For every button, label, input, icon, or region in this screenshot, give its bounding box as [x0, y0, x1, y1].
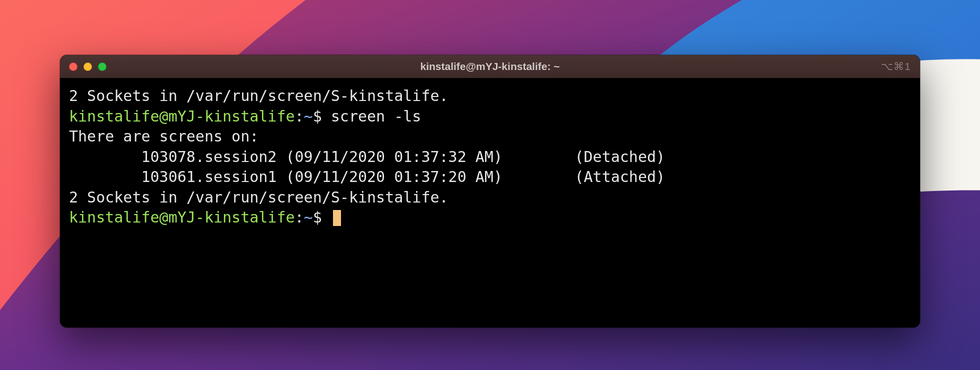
- typed-command: screen -ls: [331, 108, 422, 125]
- prompt-user-host: kinstalife@mYJ-kinstalife: [69, 108, 295, 125]
- prompt-sigil: $: [313, 108, 322, 125]
- prompt-path: ~: [304, 108, 313, 125]
- titlebar[interactable]: kinstalife@mYJ-kinstalife: ~ ⌥⌘1: [60, 55, 920, 78]
- zoom-icon[interactable]: [98, 62, 106, 71]
- session-name: 103078.session2: [142, 148, 277, 166]
- prompt-line: kinstalife@mYJ-kinstalife:~$ screen -ls: [69, 106, 911, 127]
- prompt-sep: :: [295, 108, 304, 125]
- output-line: 2 Sockets in /var/run/screen/S-kinstalif…: [69, 188, 911, 208]
- prompt-line[interactable]: kinstalife@mYJ-kinstalife:~$: [69, 208, 911, 228]
- window-title: kinstalife@mYJ-kinstalife: ~: [60, 60, 920, 72]
- session-status: (Detached): [574, 148, 665, 166]
- terminal-window[interactable]: kinstalife@mYJ-kinstalife: ~ ⌥⌘1 2 Socke…: [60, 55, 920, 328]
- session-date: (09/11/2020 01:37:32 AM): [286, 148, 502, 166]
- output-line: There are screens on:: [69, 126, 911, 147]
- output-line: 2 Sockets in /var/run/screen/S-kinstalif…: [69, 86, 911, 106]
- session-date: (09/11/2020 01:37:20 AM): [286, 168, 502, 186]
- prompt-user-host: kinstalife@mYJ-kinstalife: [69, 208, 295, 226]
- cursor-icon: [333, 210, 341, 226]
- terminal-output[interactable]: 2 Sockets in /var/run/screen/S-kinstalif…: [60, 78, 920, 328]
- minimize-icon[interactable]: [84, 62, 92, 71]
- close-icon[interactable]: [69, 62, 78, 71]
- session-name: 103061.session1: [142, 168, 277, 186]
- traffic-lights: [69, 62, 106, 71]
- session-status: (Attached): [574, 168, 665, 186]
- prompt-path: ~: [304, 208, 313, 226]
- screen-session-row: 103078.session2 (09/11/2020 01:37:32 AM)…: [69, 147, 911, 168]
- pane-shortcut: ⌥⌘1: [881, 60, 911, 72]
- prompt-sep: :: [295, 208, 304, 226]
- prompt-sigil: $: [313, 208, 322, 226]
- screen-session-row: 103061.session1 (09/11/2020 01:37:20 AM)…: [69, 167, 911, 188]
